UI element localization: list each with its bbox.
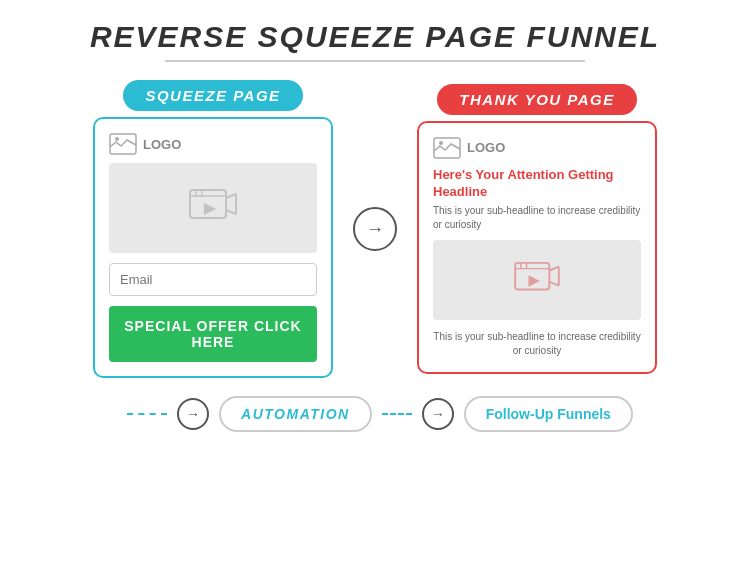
thank-you-logo-icon [433, 137, 461, 159]
main-row: Squeeze Page LOGO [30, 80, 720, 378]
thank-you-video-icon [512, 261, 562, 299]
thank-you-page-column: Thank You Page LOGO Here's Your Attentio… [417, 84, 657, 375]
page-title: Reverse Squeeze Page Funnel [90, 20, 660, 54]
thank-you-page-badge: Thank You Page [437, 84, 636, 115]
thank-you-sub-headline: This is your sub-headline to increase cr… [433, 204, 641, 232]
thank-you-headline: Here's Your Attention Getting Headline [433, 167, 641, 201]
thank-you-logo-text: LOGO [467, 140, 505, 155]
squeeze-page-column: Squeeze Page LOGO [93, 80, 333, 378]
followup-arrow: → [422, 398, 454, 430]
automation-label: AUTOMATION [219, 396, 372, 432]
dashed-line-left [127, 413, 167, 415]
squeeze-video-placeholder [109, 163, 317, 253]
squeeze-page-card: LOGO [93, 117, 333, 378]
svg-point-1 [115, 137, 119, 141]
squeeze-page-badge: Squeeze Page [123, 80, 302, 111]
squeeze-logo-text: LOGO [143, 137, 181, 152]
thank-you-video-placeholder [433, 240, 641, 320]
cta-button[interactable]: SPECIAL OFFER CLICK HERE [109, 306, 317, 362]
title-underline [165, 60, 585, 62]
squeeze-video-icon [188, 188, 238, 228]
automation-arrow: → [177, 398, 209, 430]
bottom-row: → AUTOMATION → Follow-Up Funnels [117, 396, 633, 432]
svg-marker-17 [528, 276, 539, 287]
followup-label: Follow-Up Funnels [464, 396, 633, 432]
thank-you-logo-row: LOGO [433, 137, 641, 159]
svg-line-18 [549, 267, 559, 271]
squeeze-logo-icon [109, 133, 137, 155]
svg-line-19 [549, 282, 559, 286]
thank-you-page-card: LOGO Here's Your Attention Getting Headl… [417, 121, 657, 375]
thank-you-sub-headline-bottom: This is your sub-headline to increase cr… [433, 330, 641, 358]
dashed-line-right [382, 413, 412, 415]
svg-point-12 [439, 141, 443, 145]
email-input[interactable] [109, 263, 317, 296]
page-container: Reverse Squeeze Page Funnel Squeeze Page… [0, 0, 750, 564]
svg-marker-7 [204, 203, 216, 215]
svg-line-8 [226, 194, 236, 198]
squeeze-logo-row: LOGO [109, 133, 317, 155]
svg-line-9 [226, 210, 236, 214]
main-arrow: → [353, 207, 397, 251]
